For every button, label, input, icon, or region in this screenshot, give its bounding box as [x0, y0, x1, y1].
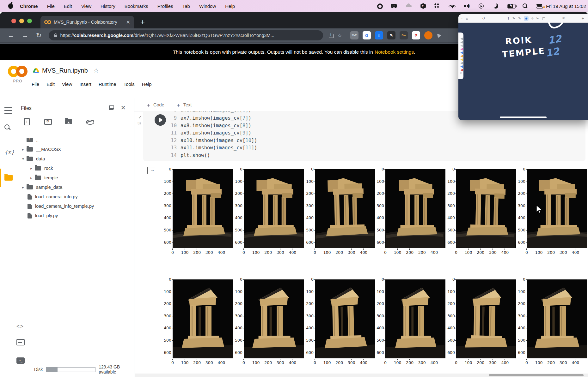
- chevron-right-icon[interactable]: ▸: [21, 185, 25, 189]
- url-bar[interactable]: https://colab.research.google.com/drive/…: [49, 30, 323, 40]
- code-snippets-icon[interactable]: {x}: [4, 149, 14, 155]
- window-minimize-button[interactable]: [19, 19, 24, 23]
- reload-icon[interactable]: ↻: [36, 32, 42, 39]
- menubar-menu-bookmarks[interactable]: Bookmarks: [125, 3, 148, 9]
- apple-menu-icon[interactable]: [8, 3, 13, 9]
- notebook-filename[interactable]: MVS_Run.ipynb: [42, 67, 88, 74]
- mount-drive-icon[interactable]: [65, 119, 72, 124]
- pen-extension-icon[interactable]: ✎: [387, 31, 395, 39]
- tree-row-load-camera-info-temple-py[interactable]: load_camera_info_temple.py: [16, 201, 134, 211]
- search-icon[interactable]: [4, 124, 9, 129]
- notes-tool-icon-4[interactable]: ⌾: [531, 16, 534, 21]
- output-export-icon[interactable]: [147, 167, 155, 174]
- bookmark-star-icon[interactable]: ☆: [338, 33, 342, 39]
- tree-row-data[interactable]: ▾data: [16, 154, 134, 164]
- cc-icon[interactable]: [536, 3, 543, 9]
- lock-icon[interactable]: [54, 33, 57, 37]
- menubar-menu-help[interactable]: Help: [225, 3, 235, 9]
- battery-icon[interactable]: [507, 3, 514, 9]
- terminal-icon[interactable]: >_: [16, 357, 25, 364]
- notes-tool-icon-1[interactable]: ✎: [512, 16, 515, 21]
- menubar-app-name[interactable]: Chrome: [20, 3, 38, 9]
- menubar-menu-history[interactable]: History: [101, 3, 115, 9]
- record-icon[interactable]: [377, 3, 383, 9]
- window-close-button[interactable]: [11, 19, 16, 23]
- menubar-menu-profiles[interactable]: Profiles: [157, 3, 173, 9]
- package-icon[interactable]: [420, 3, 426, 9]
- horizontal-scrollbar[interactable]: [135, 374, 588, 377]
- star-notebook-icon[interactable]: ☆: [94, 67, 99, 74]
- colab-menu-help[interactable]: Help: [142, 81, 152, 87]
- menubar-menu-tab[interactable]: Tab: [182, 3, 190, 9]
- moon-icon[interactable]: [493, 3, 499, 9]
- orange-extension-icon[interactable]: [424, 31, 432, 39]
- colab-menu-insert[interactable]: Insert: [79, 81, 91, 87]
- notes-back-icon[interactable]: ‹: [462, 16, 463, 20]
- window-zoom-button[interactable]: [27, 19, 32, 23]
- chevron-right-icon[interactable]: ▸: [29, 166, 34, 171]
- tree-row-temple[interactable]: ▸temple: [16, 173, 134, 183]
- close-panel-icon[interactable]: ✕: [120, 105, 126, 110]
- forward-icon[interactable]: →: [22, 32, 28, 39]
- notes-pen-settings-icon[interactable]: ✑: [562, 16, 565, 20]
- bw-extension-icon[interactable]: Bw: [400, 31, 408, 39]
- colab-menu-file[interactable]: File: [32, 81, 39, 87]
- upload-file-icon[interactable]: [23, 118, 30, 125]
- menubar-menu-window[interactable]: Window: [199, 3, 216, 9]
- camera-icon[interactable]: [391, 3, 397, 9]
- colab-menu-runtime[interactable]: Runtime: [99, 81, 116, 87]
- chevron-right-icon[interactable]: ▸: [29, 176, 34, 180]
- new-tab-button[interactable]: +: [140, 18, 145, 27]
- facebook-extension-icon[interactable]: f: [375, 31, 383, 39]
- notes-tool-icon-2[interactable]: ✎: [518, 16, 521, 21]
- share-icon[interactable]: [329, 33, 333, 38]
- notes-tool-icon-5[interactable]: ✂: [536, 16, 539, 21]
- hidden-files-icon[interactable]: [86, 118, 93, 125]
- back-icon[interactable]: ←: [8, 32, 14, 39]
- play-icon[interactable]: [478, 3, 485, 9]
- tex-extension-icon[interactable]: TeX: [350, 31, 358, 39]
- menubar-clock[interactable]: Fri 19 Aug at 15:02: [546, 3, 586, 9]
- menubar-menu-file[interactable]: File: [47, 3, 55, 9]
- scrollbar-thumb[interactable]: [489, 374, 584, 376]
- browser-tab[interactable]: MVS_Run.ipynb - Colaboratory ✕: [40, 16, 134, 28]
- notes-overlay-window[interactable]: ‹ ⌂ ↺ T✎✎◈⌾✂▢ ✑ ＋ ✕ ROlK 12 TEMPLE 12: [458, 14, 588, 120]
- translate-extension-icon[interactable]: G: [363, 31, 371, 39]
- notebook-settings-link[interactable]: Notebook settings: [375, 49, 414, 55]
- variables-pane-icon[interactable]: [16, 339, 25, 345]
- notes-tool-icon-0[interactable]: T: [507, 16, 510, 20]
- notes-undo-icon[interactable]: ↺: [482, 16, 485, 21]
- notes-tool-icon-3[interactable]: ◈: [524, 16, 528, 21]
- notes-tool-icon-6[interactable]: ▢: [542, 16, 545, 21]
- refresh-files-icon[interactable]: [44, 118, 51, 125]
- send-extension-icon[interactable]: [437, 31, 445, 39]
- popout-panel-icon[interactable]: [109, 105, 114, 110]
- notes-canvas[interactable]: [458, 22, 588, 120]
- wifi-icon[interactable]: [449, 3, 456, 9]
- search-icon2[interactable]: [522, 3, 528, 9]
- tab-close-icon[interactable]: ✕: [126, 19, 130, 25]
- colab-menu-edit[interactable]: Edit: [46, 81, 55, 87]
- volume-icon[interactable]: )): [464, 3, 470, 9]
- notes-add-icon[interactable]: ＋: [581, 15, 585, 21]
- table-of-contents-icon[interactable]: [4, 107, 12, 114]
- tree-row-load-ply-py[interactable]: load_ply.py: [16, 211, 134, 220]
- menubar-menu-edit[interactable]: Edit: [64, 3, 72, 9]
- files-panel-icon[interactable]: [4, 175, 13, 181]
- add-code-button[interactable]: ＋Code: [146, 101, 164, 109]
- tree-row--MACOSX[interactable]: ▸__MACOSX: [16, 145, 134, 154]
- p-extension-icon[interactable]: P: [412, 31, 420, 39]
- code-editor-icon[interactable]: <>: [16, 323, 24, 330]
- colab-menu-view[interactable]: View: [62, 81, 72, 87]
- menubar-menu-view[interactable]: View: [81, 3, 91, 9]
- colab-menu-tools[interactable]: Tools: [124, 81, 135, 87]
- cloud-icon[interactable]: [406, 3, 412, 9]
- chevron-down-icon[interactable]: ▾: [21, 157, 25, 161]
- tree-row-sample-data[interactable]: ▸sample_data: [16, 183, 134, 192]
- tidal-icon[interactable]: [435, 3, 441, 9]
- colab-logo[interactable]: PRO: [8, 66, 28, 85]
- tree-row-load-camera-info-py[interactable]: load_camera_info.py: [16, 192, 134, 201]
- add-text-button[interactable]: ＋Text: [176, 101, 192, 109]
- notes-share-icon[interactable]: ⌂: [466, 16, 468, 20]
- tree-row-rock[interactable]: ▸rock: [16, 164, 134, 173]
